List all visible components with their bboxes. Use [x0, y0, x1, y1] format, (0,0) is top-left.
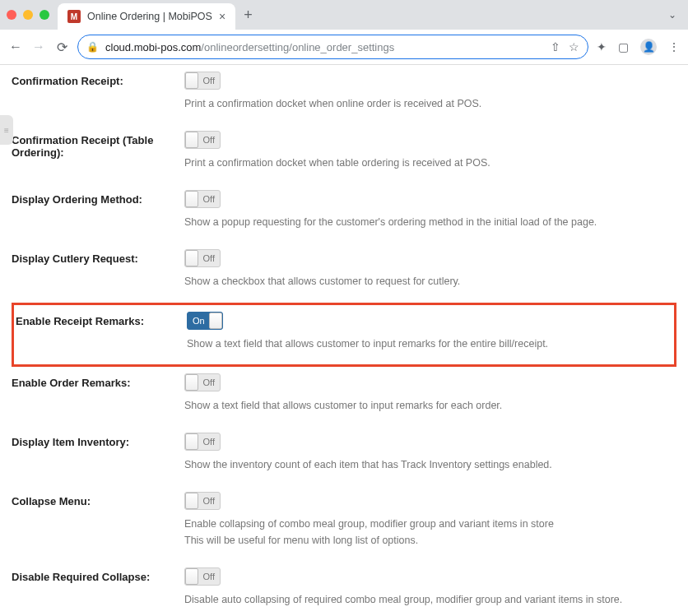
help-enable-receipt-remarks: Show a text field that allows customer t…: [187, 336, 674, 351]
reading-list-icon[interactable]: ▢: [618, 40, 629, 53]
row-display-item-inventory: Display Item Inventory: Show the invento…: [12, 426, 676, 485]
row-enable-receipt-remarks: Enable Receipt Remarks: Show a text fiel…: [12, 303, 676, 367]
help-display-item-inventory: Show the inventory count of each item th…: [184, 457, 676, 472]
window-controls: [7, 10, 49, 20]
label-display-item-inventory: Display Item Inventory:: [12, 433, 184, 472]
toolbar: ← → ⟳ 🔒 cloud.mobi-pos.com/onlineorderse…: [0, 30, 688, 64]
help-display-cutlery-request: Show a checkbox that allows customer to …: [184, 274, 676, 289]
help-disable-required-collapse: Disable auto collapsing of required comb…: [184, 592, 676, 607]
toggle-display-cutlery-request[interactable]: [184, 249, 221, 267]
help-confirmation-receipt: Print a confirmation docket when online …: [184, 96, 676, 111]
toggle-enable-receipt-remarks[interactable]: [187, 312, 223, 330]
extensions-icon[interactable]: ✦: [597, 40, 607, 53]
label-collapse-menu: Collapse Menu:: [12, 492, 184, 548]
toggle-display-item-inventory[interactable]: [184, 433, 221, 451]
profile-avatar[interactable]: 👤: [640, 39, 657, 55]
tabs-menu-icon[interactable]: ⌄: [668, 9, 676, 21]
minimize-window-icon[interactable]: [23, 10, 33, 20]
browser-tab[interactable]: M Online Ordering | MobiPOS ×: [58, 3, 235, 30]
label-confirmation-receipt: Confirmation Receipt:: [12, 72, 184, 111]
toggle-disable-required-collapse[interactable]: [184, 567, 221, 586]
row-confirmation-receipt: Confirmation Receipt: Print a confirmati…: [12, 65, 676, 124]
label-enable-receipt-remarks: Enable Receipt Remarks:: [14, 312, 187, 351]
row-disable-required-collapse: Disable Required Collapse: Disable auto …: [12, 561, 676, 616]
lock-icon: 🔒: [86, 41, 99, 53]
tab-strip: M Online Ordering | MobiPOS × + ⌄: [0, 0, 688, 30]
row-collapse-menu: Collapse Menu: Enable collapsing of comb…: [12, 485, 676, 561]
toggle-enable-order-remarks[interactable]: [184, 373, 221, 391]
toggle-confirmation-receipt[interactable]: [184, 72, 221, 90]
help-enable-order-remarks: Show a text field that allows customer t…: [184, 398, 676, 413]
help-collapse-menu-1: Enable collapsing of combo meal group, m…: [184, 516, 676, 531]
url-host: cloud.mobi-pos.com: [105, 41, 201, 53]
new-tab-button[interactable]: +: [244, 7, 253, 24]
tab-title: Online Ordering | MobiPOS: [87, 11, 212, 22]
row-enable-order-remarks: Enable Order Remarks: Show a text field …: [12, 367, 676, 426]
back-button[interactable]: ←: [8, 39, 23, 54]
toggle-confirmation-receipt-table[interactable]: [184, 131, 221, 149]
favicon-icon: M: [67, 10, 81, 23]
help-confirmation-receipt-table: Print a confirmation docket when table o…: [184, 155, 676, 170]
maximize-window-icon[interactable]: [40, 10, 49, 20]
label-enable-order-remarks: Enable Order Remarks:: [12, 373, 184, 413]
sidebar-handle[interactable]: ≡: [0, 115, 13, 145]
url-path: /onlineordersetting/online_order_setting…: [201, 41, 394, 53]
help-collapse-menu-2: This will be useful for menu with long l…: [184, 533, 676, 548]
browser-chrome: M Online Ordering | MobiPOS × + ⌄ ← → ⟳ …: [0, 0, 688, 65]
label-confirmation-receipt-table: Confirmation Receipt (Table Ordering):: [12, 131, 184, 170]
help-display-ordering-method: Show a popup requesting for the customer…: [184, 215, 676, 229]
close-tab-icon[interactable]: ×: [219, 10, 225, 23]
label-disable-required-collapse: Disable Required Collapse:: [12, 567, 184, 607]
label-display-ordering-method: Display Ordering Method:: [12, 190, 184, 229]
row-display-cutlery-request: Display Cutlery Request: Show a checkbox…: [12, 243, 676, 302]
toggle-collapse-menu[interactable]: [184, 492, 221, 510]
reload-button[interactable]: ⟳: [54, 39, 69, 55]
row-confirmation-receipt-table: Confirmation Receipt (Table Ordering): P…: [12, 124, 676, 183]
star-icon[interactable]: ☆: [569, 40, 579, 53]
kebab-menu-icon[interactable]: ⋮: [668, 40, 680, 53]
share-icon[interactable]: ⇧: [551, 40, 560, 53]
settings-form: Confirmation Receipt: Print a confirmati…: [0, 65, 688, 616]
address-bar[interactable]: 🔒 cloud.mobi-pos.com/onlineordersetting/…: [77, 35, 588, 59]
row-display-ordering-method: Display Ordering Method: Show a popup re…: [12, 183, 676, 243]
toggle-display-ordering-method[interactable]: [184, 190, 221, 208]
close-window-icon[interactable]: [7, 10, 16, 20]
forward-button[interactable]: →: [31, 39, 46, 54]
label-display-cutlery-request: Display Cutlery Request:: [12, 249, 184, 289]
